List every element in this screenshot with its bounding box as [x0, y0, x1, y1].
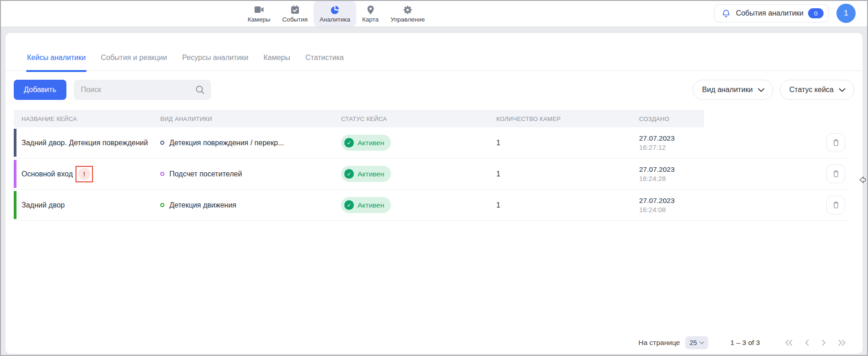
- camera-count: 1: [496, 139, 500, 147]
- tab-statistics[interactable]: Статистика: [305, 45, 344, 71]
- nav-item-map[interactable]: Карта: [356, 1, 385, 27]
- trash-icon: [832, 201, 840, 209]
- trash-icon: [832, 138, 840, 147]
- tab-label: События и реакции: [101, 54, 167, 62]
- tab-analytics-resources[interactable]: Ресурсы аналитики: [182, 45, 249, 71]
- check-circle-icon: ✓: [344, 169, 354, 179]
- nav-item-analytics[interactable]: Аналитика: [314, 1, 356, 27]
- analytics-page-card: Кейсы аналитики События и реакции Ресурс…: [5, 33, 863, 354]
- row-accent-bar: [14, 160, 16, 188]
- column-header-analytics-type: ВИД АНАЛИТИКИ: [160, 115, 341, 122]
- mouse-cursor-icon: [859, 176, 867, 186]
- case-name: Основной вход: [22, 170, 73, 178]
- next-page-button[interactable]: [819, 338, 828, 348]
- delete-case-button[interactable]: [826, 164, 845, 183]
- nav-label: Карта: [362, 16, 379, 23]
- status-badge: ✓ Активен: [341, 166, 391, 182]
- status-label: Активен: [358, 139, 384, 147]
- table-header: НАЗВАНИЕ КЕЙСА ВИД АНАЛИТИКИ СТАТУС КЕЙС…: [14, 110, 848, 127]
- map-pin-icon: [367, 5, 374, 15]
- nav-label: Управление: [391, 16, 425, 23]
- nav-item-management[interactable]: Управление: [385, 1, 431, 27]
- created-date: 27.07.2023: [639, 165, 704, 174]
- tab-analytics-cases[interactable]: Кейсы аналитики: [27, 45, 86, 71]
- per-page-value: 25: [689, 339, 697, 346]
- created-time: 16:24:08: [639, 205, 704, 214]
- trash-icon: [832, 170, 840, 178]
- column-header-camera-count: КОЛИЧЕСТВО КАМЕР: [496, 115, 639, 122]
- column-header-created: СОЗДАНО: [639, 115, 704, 122]
- chevrons-left-icon: [784, 339, 794, 347]
- camera-count: 1: [496, 170, 500, 178]
- analytics-type-label: Детекция движения: [169, 201, 236, 209]
- per-page-select[interactable]: 25: [685, 336, 708, 349]
- pie-chart-icon: [330, 5, 340, 15]
- chevrons-right-icon: [837, 339, 847, 347]
- first-page-button[interactable]: [783, 338, 795, 348]
- search-box: [74, 80, 211, 100]
- filters: Вид аналитики Статус кейса: [693, 80, 854, 100]
- toolbar: Добавить Вид аналитики Статус кейса: [14, 80, 854, 100]
- analytics-type-label: Детекция повреждения / перекр...: [169, 139, 284, 147]
- case-name: Задний двор: [22, 201, 65, 209]
- search-icon: [195, 85, 205, 97]
- chevron-down-icon: [700, 341, 704, 345]
- tab-cameras[interactable]: Камеры: [263, 45, 290, 71]
- table-row[interactable]: Задний двор Детекция движения ✓ Активен …: [14, 190, 848, 221]
- page-tabs: Кейсы аналитики События и реакции Ресурс…: [5, 33, 863, 71]
- pager-buttons: [783, 338, 848, 348]
- top-nav: Камеры События Аналитика Карта Управлени…: [242, 0, 431, 27]
- tab-label: Кейсы аналитики: [27, 54, 86, 62]
- created-date: 27.07.2023: [639, 134, 704, 143]
- events-count-badge: 0: [808, 8, 824, 18]
- table-row[interactable]: Задний двор. Детекция повреждений Детекц…: [14, 127, 848, 159]
- previous-page-button[interactable]: [803, 338, 811, 348]
- delete-case-button[interactable]: [826, 133, 845, 152]
- chevron-left-icon: [804, 339, 810, 347]
- tab-label: Ресурсы аналитики: [182, 54, 249, 62]
- created-time: 16:27:12: [639, 143, 704, 152]
- analytics-type-icon: [160, 203, 164, 207]
- cases-table: НАЗВАНИЕ КЕЙСА ВИД АНАЛИТИКИ СТАТУС КЕЙС…: [14, 110, 848, 221]
- status-label: Активен: [358, 201, 384, 209]
- analytics-events-button[interactable]: События аналитики 0: [714, 4, 829, 22]
- top-bar: Камеры События Аналитика Карта Управлени…: [0, 0, 868, 27]
- row-accent-bar: [14, 191, 16, 219]
- chevron-down-icon: [758, 88, 765, 92]
- analytics-type-label: Подсчет посетителей: [169, 170, 242, 178]
- status-badge: ✓ Активен: [341, 135, 391, 151]
- column-header-case-status: СТАТУС КЕЙСА: [341, 115, 496, 122]
- filter-analytics-type[interactable]: Вид аналитики: [693, 80, 774, 100]
- table-row[interactable]: Основной вход ! Подсчет посетителей ✓ Ак…: [14, 159, 848, 190]
- status-label: Активен: [358, 170, 384, 178]
- avatar-label: 1: [844, 9, 848, 18]
- chevron-down-icon: [839, 88, 846, 92]
- last-page-button[interactable]: [836, 338, 848, 348]
- gear-icon: [403, 5, 412, 15]
- analytics-type-icon: [160, 141, 164, 145]
- column-header-case-name: НАЗВАНИЕ КЕЙСА: [22, 115, 160, 122]
- warning-exclamation-icon[interactable]: !: [78, 168, 91, 180]
- nav-item-events[interactable]: События: [276, 1, 314, 27]
- per-page-label: На странице: [638, 339, 680, 347]
- calendar-check-icon: [290, 5, 300, 15]
- alert-highlight-box: !: [76, 166, 93, 182]
- nav-item-cameras[interactable]: Камеры: [242, 1, 276, 27]
- check-circle-icon: ✓: [344, 200, 354, 210]
- user-avatar[interactable]: 1: [836, 4, 856, 23]
- nav-label: Камеры: [248, 16, 270, 23]
- filter-case-status[interactable]: Статус кейса: [780, 80, 854, 100]
- delete-case-button[interactable]: [826, 196, 845, 214]
- page-range-label: 1 – 3 of 3: [730, 339, 760, 347]
- tab-events-reactions[interactable]: События и реакции: [101, 45, 167, 71]
- created-date: 27.07.2023: [639, 196, 704, 205]
- add-case-button[interactable]: Добавить: [14, 80, 66, 100]
- camera-icon: [254, 5, 264, 15]
- nav-label: События: [282, 16, 308, 23]
- events-button-label: События аналитики: [736, 9, 803, 17]
- bell-icon: [721, 8, 731, 19]
- search-input[interactable]: [74, 80, 211, 100]
- case-name: Задний двор. Детекция повреждений: [22, 139, 148, 147]
- filter-label: Статус кейса: [789, 86, 834, 94]
- analytics-type-icon: [160, 172, 164, 176]
